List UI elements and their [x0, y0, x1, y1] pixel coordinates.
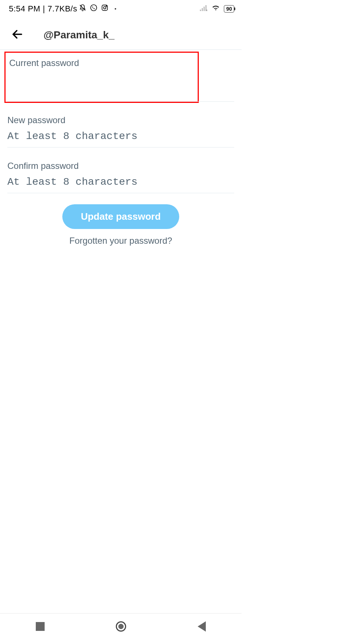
svg-text:x: x [206, 9, 208, 11]
battery-level: 90 [226, 6, 232, 12]
bell-off-icon [79, 4, 87, 14]
status-left: 5:54 PM | 7.7KB/s [9, 4, 116, 14]
new-password-group: New password [0, 102, 242, 147]
app-header: @Paramita_k_ [0, 17, 242, 49]
page-title: @Paramita_k_ [44, 29, 114, 41]
status-time: 5:54 PM [9, 4, 40, 14]
battery-icon: 90 [224, 5, 234, 13]
back-button[interactable] [11, 28, 24, 42]
status-data-rate: 7.7KB/s [48, 4, 77, 14]
home-button[interactable] [116, 621, 126, 632]
svg-point-4 [106, 6, 107, 7]
current-password-group: Current password [4, 52, 199, 103]
back-nav-button[interactable] [198, 621, 206, 632]
svg-rect-7 [204, 7, 205, 11]
recent-apps-button[interactable] [36, 622, 45, 631]
svg-point-1 [91, 5, 97, 11]
confirm-password-input[interactable] [7, 175, 234, 189]
status-dot [115, 8, 116, 10]
confirm-password-label: Confirm password [7, 161, 234, 171]
status-bar: 5:54 PM | 7.7KB/s [0, 0, 242, 17]
button-section: Update password Forgotten your password? [0, 193, 242, 257]
android-nav-bar [0, 613, 242, 639]
confirm-password-group: Confirm password [0, 147, 242, 193]
wifi-icon [211, 4, 220, 14]
whatsapp-icon [90, 4, 98, 14]
svg-rect-5 [200, 10, 201, 11]
new-password-input[interactable] [7, 129, 234, 143]
current-password-label: Current password [9, 58, 194, 68]
header-divider [0, 49, 242, 50]
status-right: x 90 [200, 4, 234, 14]
update-password-button[interactable]: Update password [62, 204, 179, 229]
svg-point-3 [104, 7, 106, 9]
instagram-icon [101, 4, 109, 14]
new-password-label: New password [7, 115, 234, 125]
svg-rect-6 [202, 8, 203, 11]
current-password-input[interactable] [9, 72, 194, 86]
signal-icon: x [200, 4, 208, 14]
forgot-password-link[interactable]: Forgotten your password? [69, 236, 172, 246]
password-form: Current password New password Confirm pa… [0, 52, 242, 257]
status-separator: | [40, 4, 47, 14]
